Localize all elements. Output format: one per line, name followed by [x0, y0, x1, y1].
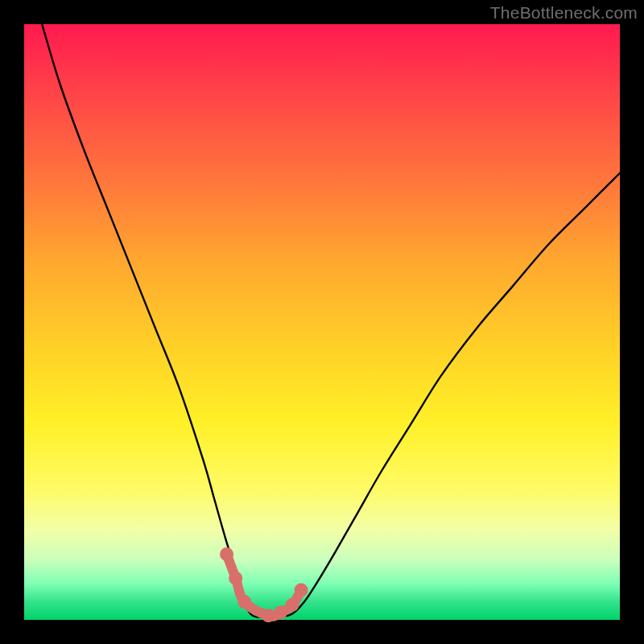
chart-stage: TheBottleneck.com — [0, 0, 644, 644]
flat-bottom-marker — [274, 606, 287, 620]
flat-bottom-marker — [286, 598, 299, 612]
flat-bottom-marker — [295, 584, 308, 597]
flat-bottom-marker — [262, 609, 275, 622]
flat-bottom-marker — [237, 595, 251, 609]
flat-bottom-marker — [220, 547, 233, 561]
flat-bottom-markers — [220, 547, 308, 622]
flat-bottom-marker — [229, 572, 242, 585]
curve-svg — [24, 24, 620, 620]
bottleneck-curve — [42, 24, 620, 617]
plot-area — [24, 24, 620, 620]
watermark-label: TheBottleneck.com — [490, 3, 638, 23]
